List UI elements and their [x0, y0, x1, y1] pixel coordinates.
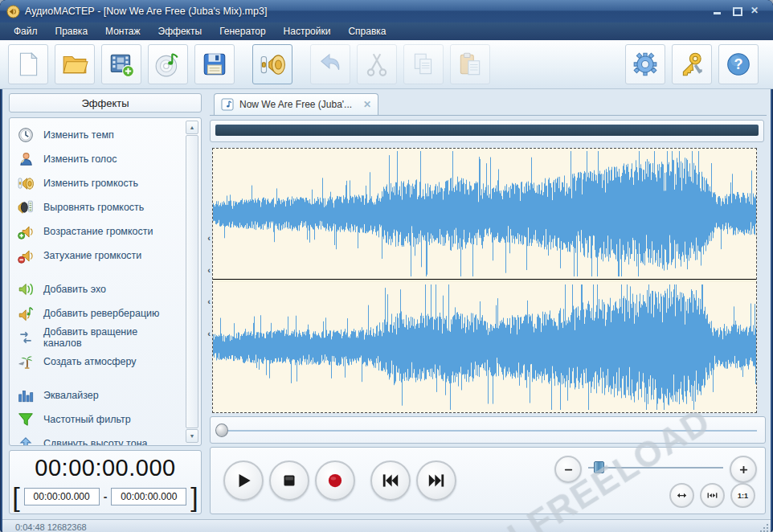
skip-end-button[interactable]	[416, 460, 456, 501]
ratio-1-1-button[interactable]: 1:1	[730, 483, 755, 508]
paste-button[interactable]	[450, 44, 490, 84]
record-button[interactable]	[315, 460, 355, 501]
play-button[interactable]	[223, 460, 264, 501]
fit-selection-button[interactable]	[700, 483, 725, 508]
pitch-up-icon	[18, 436, 34, 446]
fit-width-button[interactable]	[669, 483, 694, 508]
collapse-sidebar-arrow[interactable]: ‹	[207, 266, 211, 275]
tab-close-icon[interactable]: ✕	[363, 99, 371, 110]
collapse-sidebar-arrow[interactable]: ‹	[207, 234, 211, 243]
effect-item-7[interactable]: Добавить реверберацию	[18, 301, 199, 325]
floppy-icon	[201, 51, 228, 78]
gear-icon	[632, 51, 659, 78]
copy-button[interactable]	[403, 44, 444, 84]
effect-item-2[interactable]: Изменить громкость	[18, 171, 199, 195]
license-key-button[interactable]	[672, 44, 712, 84]
effect-item-4[interactable]: Возрастание громкости	[18, 219, 199, 243]
effect-item-11[interactable]: Частотный фильтр	[18, 407, 199, 432]
menu-6[interactable]: Справка	[339, 23, 395, 39]
new-file-button[interactable]	[8, 44, 48, 84]
key-icon	[678, 51, 706, 78]
fit-selection-icon	[706, 489, 718, 501]
zoom-slider-thumb[interactable]	[594, 461, 604, 473]
effects-panel-header[interactable]: Эффекты	[9, 93, 202, 113]
position-slider-track[interactable]	[219, 430, 757, 432]
effect-item-5[interactable]: Затухание громкости	[18, 243, 199, 268]
position-slider[interactable]	[210, 416, 766, 444]
speaker-plus-icon	[18, 223, 34, 239]
stop-button[interactable]	[269, 460, 309, 501]
collapse-sidebar-arrow[interactable]: ‹	[207, 297, 211, 306]
effects-scrollbar: ▲ ▼	[186, 121, 198, 443]
overview-bar[interactable]	[215, 125, 759, 136]
selection-end-input[interactable]	[111, 488, 186, 505]
zoom-in-button[interactable]	[730, 456, 757, 483]
skip-end-icon	[426, 470, 447, 491]
help-button[interactable]: ?	[718, 44, 759, 84]
effect-item-6[interactable]: Добавить эхо	[18, 277, 199, 301]
fit-width-icon	[676, 489, 688, 501]
menu-4[interactable]: Генератор	[211, 23, 274, 39]
new-file-icon	[14, 51, 42, 78]
equalizer-icon	[18, 387, 34, 403]
effect-label: Изменить темп	[43, 129, 114, 141]
cut-button[interactable]	[357, 44, 397, 84]
maximize-button[interactable]	[731, 6, 742, 16]
effect-label: Изменить громкость	[43, 178, 138, 189]
zoom-slider-track[interactable]	[588, 467, 723, 469]
waveform-channel-2[interactable]	[213, 282, 756, 412]
app-logo-icon	[6, 5, 20, 18]
scroll-thumb[interactable]	[186, 135, 198, 428]
rip-cd-button[interactable]	[148, 44, 188, 84]
position-slider-thumb[interactable]	[215, 424, 228, 437]
overview-panel	[210, 120, 764, 142]
speaker-bars-icon	[18, 199, 34, 215]
menu-2[interactable]: Монтаж	[96, 23, 149, 39]
open-file-button[interactable]	[55, 44, 95, 84]
effect-label: Эквалайзер	[43, 390, 99, 401]
scroll-up-button[interactable]: ▲	[186, 121, 198, 134]
skip-start-button[interactable]	[370, 460, 411, 501]
effect-item-0[interactable]: Изменить темп	[18, 123, 199, 147]
speaker-slider-icon	[259, 51, 286, 78]
scroll-down-button[interactable]: ▼	[186, 429, 198, 443]
selection-start-input[interactable]	[24, 488, 100, 505]
effect-item-12[interactable]: Сдвинуть высоту тона	[18, 432, 199, 446]
save-button[interactable]	[194, 44, 235, 84]
stop-icon	[279, 470, 300, 491]
echo-icon	[18, 281, 34, 297]
file-tab[interactable]: Now We Are Free (Juba'... ✕	[214, 93, 378, 115]
effect-label: Изменить голос	[43, 153, 117, 165]
menu-0[interactable]: Файл	[5, 23, 47, 39]
minimize-button[interactable]	[712, 6, 723, 16]
music-note-icon	[221, 98, 234, 111]
tab-label: Now We Are Free (Juba'...	[239, 99, 358, 110]
film-plus-icon	[108, 51, 135, 78]
collapse-sidebar-arrow[interactable]: ‹	[207, 329, 211, 338]
menu-3[interactable]: Эффекты	[149, 23, 211, 39]
time-panel: 00:00:00.000 [ - ]	[9, 450, 202, 514]
title-bar: АудиоМАСТЕР - [Now We Are Free (Juba's M…	[0, 0, 773, 23]
effect-item-8[interactable]: Добавить вращение каналов	[18, 325, 199, 350]
menu-1[interactable]: Правка	[47, 23, 97, 39]
waveform-channel-1[interactable]	[213, 149, 756, 279]
effect-label: Добавить эхо	[43, 284, 106, 295]
effect-item-1[interactable]: Изменить голос	[18, 147, 199, 171]
close-button[interactable]	[751, 6, 762, 16]
effect-item-3[interactable]: Выровнять громкость	[18, 195, 199, 219]
filter-icon	[18, 411, 34, 428]
transport-panel: 1:1	[210, 447, 766, 514]
window-title: АудиоМАСТЕР - [Now We Are Free (Juba's M…	[25, 6, 267, 17]
menu-5[interactable]: Настройки	[275, 23, 340, 39]
settings-button[interactable]	[625, 44, 665, 84]
zoom-out-button[interactable]	[554, 456, 582, 483]
resize-grip[interactable]	[759, 522, 768, 532]
workspace: Эффекты Изменить темпИзменить голосИзмен…	[2, 89, 771, 519]
waveform-display[interactable]	[212, 148, 757, 413]
extract-audio-from-video-button[interactable]	[101, 44, 141, 84]
effect-label: Добавить реверберацию	[43, 308, 159, 319]
undo-button[interactable]	[310, 44, 350, 84]
volume-tool-button[interactable]	[252, 44, 292, 84]
effect-item-9[interactable]: Создать атмосферу	[18, 350, 199, 374]
effect-item-10[interactable]: Эквалайзер	[18, 383, 199, 407]
